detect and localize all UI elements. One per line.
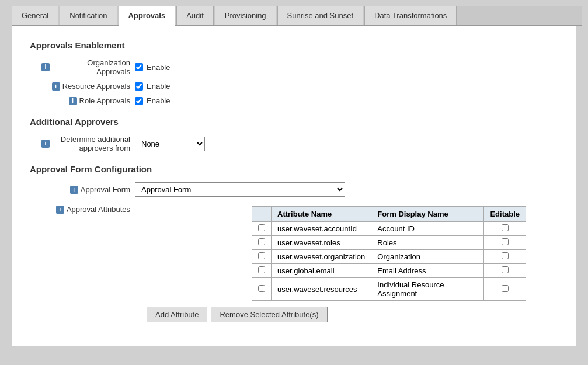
additional-approvers-dropdown[interactable]: None Manager Custom [135,137,205,151]
resource-approvals-enable-label: Enable [147,82,170,91]
row-select-checkbox-1[interactable] [258,238,265,245]
approval-attributes-label: i Approval Attributes [41,203,135,214]
approval-form-info-icon[interactable]: i [70,186,78,194]
display-name-4: Individual Resource Assignment [371,278,484,301]
approval-attributes-table: Attribute Name Form Display Name Editabl… [252,206,526,301]
add-attribute-button[interactable]: Add Attribute [147,307,207,322]
page-wrapper: General Notification Approvals Audit Pro… [0,0,588,352]
display-name-0: Account ID [371,222,484,236]
approval-form-config-section: Approval Form Configuration i Approval F… [30,164,558,322]
additional-approvers-info-icon[interactable]: i [41,140,50,148]
display-name-1: Roles [371,236,484,250]
tab-audit[interactable]: Audit [176,6,214,25]
approval-attributes-table-wrapper: Attribute Name Form Display Name Editabl… [135,203,526,301]
table-row: user.waveset.organization Organization [252,250,526,264]
editable-checkbox-1[interactable] [502,238,509,245]
editable-checkbox-3[interactable] [502,266,509,273]
col-form-display-name: Form Display Name [371,207,484,222]
role-approvals-checkbox[interactable] [135,97,143,105]
resource-approvals-label: i Resource Approvals [41,82,135,91]
attr-name-4: user.waveset.resources [272,278,371,301]
role-approvals-info-icon[interactable]: i [69,97,77,105]
additional-approvers-title: Additional Approvers [30,117,558,127]
table-row: user.waveset.roles Roles [252,236,526,250]
attr-name-0: user.waveset.accountId [272,222,371,236]
row-select-checkbox-2[interactable] [258,252,265,259]
org-approvals-enable-label: Enable [147,63,170,72]
editable-checkbox-2[interactable] [502,252,509,259]
col-editable: Editable [484,207,526,222]
org-approvals-control: Enable [135,63,170,72]
resource-approvals-info-icon[interactable]: i [52,82,60,91]
org-approvals-label: i Organization Approvals [41,58,135,76]
additional-approvers-control: None Manager Custom [135,137,205,151]
approvals-enablement-section: Approvals Enablement i Organization Appr… [30,40,558,105]
tab-general[interactable]: General [12,6,58,25]
role-approvals-label: i Role Approvals [41,96,135,105]
role-approvals-row: i Role Approvals Enable [41,96,558,105]
resource-approvals-checkbox[interactable] [135,82,143,91]
approval-attributes-info-icon[interactable]: i [56,206,64,214]
org-approvals-row: i Organization Approvals Enable [41,58,558,76]
tab-approvals[interactable]: Approvals [119,6,176,26]
button-row: Add Attribute Remove Selected Attribute(… [147,307,558,322]
row-select-checkbox-4[interactable] [258,285,265,292]
tab-provisioning[interactable]: Provisioning [215,6,276,25]
approval-attributes-row: i Approval Attributes Attribute Name For… [41,203,558,301]
attr-name-3: user.global.email [272,264,371,278]
additional-approvers-row: i Determine additional approvers from No… [41,135,558,152]
col-attribute-name: Attribute Name [272,207,371,222]
table-row: user.waveset.accountId Account ID [252,222,526,236]
role-approvals-enable-label: Enable [147,96,170,105]
additional-approvers-section: Additional Approvers i Determine additio… [30,117,558,152]
col-select [252,207,272,222]
resource-approvals-control: Enable [135,82,170,91]
additional-approvers-label: i Determine additional approvers from [41,135,135,152]
org-approvals-checkbox[interactable] [135,63,143,71]
tab-bar: General Notification Approvals Audit Pro… [12,6,582,26]
approval-form-row: i Approval Form Approval Form Custom For… [41,182,558,197]
approval-form-config-title: Approval Form Configuration [30,164,558,174]
role-approvals-control: Enable [135,96,170,105]
tab-notification[interactable]: Notification [60,6,117,25]
editable-checkbox-0[interactable] [502,224,509,231]
display-name-2: Organization [371,250,484,264]
tab-data-transformations[interactable]: Data Transformations [364,6,457,25]
resource-approvals-row: i Resource Approvals Enable [41,82,558,91]
attr-name-2: user.waveset.organization [272,250,371,264]
table-row: user.waveset.resources Individual Resour… [252,278,526,301]
remove-selected-button[interactable]: Remove Selected Attribute(s) [211,307,327,322]
editable-checkbox-4[interactable] [502,285,509,292]
row-select-checkbox-0[interactable] [258,224,265,231]
attr-name-1: user.waveset.roles [272,236,371,250]
approvals-enablement-title: Approvals Enablement [30,40,558,50]
row-select-checkbox-3[interactable] [258,266,265,273]
approval-form-label: i Approval Form [41,185,135,194]
main-content: Approvals Enablement i Organization Appr… [12,26,576,346]
org-approvals-info-icon[interactable]: i [41,63,50,71]
tab-sunrise-sunset[interactable]: Sunrise and Sunset [277,6,363,25]
display-name-3: Email Address [371,264,484,278]
approval-form-dropdown[interactable]: Approval Form Custom Form [135,182,345,197]
approval-form-control: Approval Form Custom Form [135,182,345,197]
table-row: user.global.email Email Address [252,264,526,278]
